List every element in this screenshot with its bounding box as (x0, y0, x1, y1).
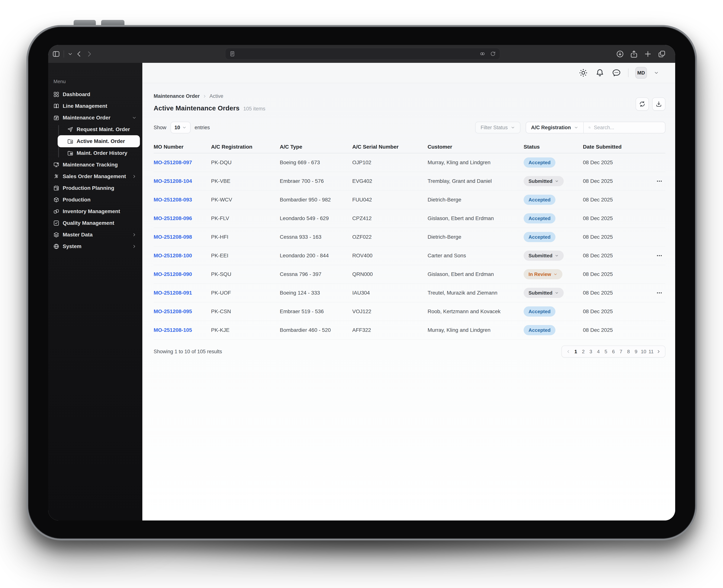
cell-registration: PK-VBE (211, 178, 280, 184)
column-header: A/C Serial Number (352, 144, 427, 150)
page-prev-button[interactable] (564, 346, 572, 357)
page-button-4[interactable]: 4 (595, 346, 602, 357)
column-header: Customer (427, 144, 524, 150)
sidebar-item-maintenance-order[interactable]: Maintenance Order (48, 112, 142, 124)
theme-icon[interactable] (578, 68, 588, 78)
sidebar-item-maint-order-history[interactable]: Maint. Order History (48, 147, 142, 159)
sidebar-item-inventory-management[interactable]: Inventory Management (48, 206, 142, 217)
page-button-1[interactable]: 1 (572, 346, 580, 357)
status-badge-in_review[interactable]: In Review (524, 269, 562, 279)
notifications-icon[interactable] (595, 68, 605, 78)
sidebar-item-dashboard[interactable]: Dashboard (48, 89, 142, 100)
planning-icon (53, 185, 60, 191)
messages-icon[interactable] (611, 68, 621, 78)
app-header: MD (142, 63, 675, 83)
sidebar-item-active-maint-order[interactable]: Active Maint. Order (58, 135, 140, 147)
page-button-8[interactable]: 8 (625, 346, 632, 357)
sidebar-item-master-data[interactable]: Master Data (48, 229, 142, 240)
page-button-10[interactable]: 10 (640, 346, 647, 357)
export-button[interactable] (652, 98, 665, 111)
forward-icon[interactable] (85, 50, 94, 58)
sidebar-nav: DashboardLine ManagementMaintenance Orde… (48, 89, 142, 252)
avatar-chevron-down-icon[interactable] (654, 70, 659, 76)
mo-number-link[interactable]: MO-251208-098 (154, 234, 211, 240)
sidebar-item-sales-order-management[interactable]: Sales Order Management (48, 171, 142, 182)
search-category-dropdown[interactable]: A/C Registration (526, 122, 584, 133)
mo-number-link[interactable]: MO-251208-093 (154, 197, 211, 203)
search-input[interactable] (594, 125, 661, 130)
cell-ac-type: Cessna 796 - 397 (280, 271, 352, 277)
status-label: Submitted (528, 253, 553, 259)
cell-customer: Treutel, Murazik and Ziemann (427, 290, 524, 296)
cell-customer: Tremblay, Grant and Daniel (427, 178, 524, 184)
sidebar-item-label: Active Maint. Order (77, 138, 125, 144)
chevron-down-icon[interactable] (67, 51, 73, 57)
page-button-9[interactable]: 9 (632, 346, 640, 357)
cell-date-submitted: 08 Dec 2025 (583, 309, 643, 315)
page-next-button[interactable] (655, 346, 662, 357)
sidebar-item-system[interactable]: System (48, 240, 142, 252)
mo-number-link[interactable]: MO-251208-096 (154, 215, 211, 222)
row-actions-button[interactable] (653, 251, 665, 260)
sidebar-item-request-maint-order[interactable]: Request Maint. Order (48, 124, 142, 135)
chevron-down-icon (555, 179, 559, 183)
mo-number-link[interactable]: MO-251208-105 (154, 327, 211, 333)
mo-number-link[interactable]: MO-251208-090 (154, 271, 211, 277)
sidebar-item-line-management[interactable]: Line Management (48, 100, 142, 112)
toolbar-divider (64, 50, 64, 58)
row-actions-button[interactable] (653, 288, 665, 298)
page-button-7[interactable]: 7 (617, 346, 625, 357)
sidebar-item-label: Dashboard (63, 91, 90, 98)
sidebar-item-label: Master Data (63, 232, 93, 238)
sidebar-panel-icon[interactable] (52, 50, 60, 58)
table-body: MO-251208-097PK-DQUBoeing 669 - 673OJP10… (154, 153, 665, 339)
tabs-icon[interactable] (658, 50, 666, 58)
mo-number-link[interactable]: MO-251208-100 (154, 253, 211, 259)
sidebar-item-maintenance-tracking[interactable]: Maintenance Tracking (48, 159, 142, 171)
refresh-button[interactable] (636, 98, 649, 111)
chevron-right-icon (132, 174, 137, 179)
sidebar-item-production-planning[interactable]: Production Planning (48, 182, 142, 194)
cell-date-submitted: 08 Dec 2025 (583, 215, 643, 222)
share-icon[interactable] (629, 50, 638, 58)
status-badge-submitted[interactable]: Submitted (524, 251, 564, 261)
table-row: MO-251208-098PK-HFICessna 933 - 163OZF02… (154, 228, 665, 246)
layers-icon (53, 232, 60, 238)
passwords-icon[interactable] (479, 50, 486, 57)
avatar[interactable]: MD (635, 67, 647, 79)
dashboard-icon (53, 91, 60, 98)
table-row: MO-251208-097PK-DQUBoeing 669 - 673OJP10… (154, 153, 665, 172)
status-label: Submitted (528, 290, 553, 296)
mo-number-link[interactable]: MO-251208-095 (154, 309, 211, 315)
sidebar-subgroup: Request Maint. OrderActive Maint. OrderM… (48, 124, 142, 159)
url-bar[interactable] (225, 48, 500, 60)
page-button-3[interactable]: 3 (587, 346, 595, 357)
page-button-11[interactable]: 11 (647, 346, 655, 357)
page-button-5[interactable]: 5 (602, 346, 610, 357)
table-row: MO-251208-095PK-CSNEmbraer 519 - 536VOJ1… (154, 302, 665, 321)
sidebar-item-label: Maint. Order History (77, 150, 127, 156)
sidebar-item-quality-management[interactable]: Quality Management (48, 217, 142, 229)
controls-right: Filter Status A/C Registration (475, 122, 665, 133)
status-badge-accepted: Accepted (524, 325, 556, 335)
back-icon[interactable] (75, 50, 83, 58)
reload-icon[interactable] (490, 50, 496, 57)
page-button-2[interactable]: 2 (580, 346, 587, 357)
new-tab-icon[interactable] (644, 50, 652, 58)
mo-number-link[interactable]: MO-251208-091 (154, 290, 211, 296)
sidebar-item-label: Maintenance Tracking (63, 162, 118, 168)
mo-number-link[interactable]: MO-251208-097 (154, 160, 211, 166)
status-badge-submitted[interactable]: Submitted (524, 288, 564, 298)
status-badge-accepted: Accepted (524, 213, 556, 224)
sidebar-item-label: Quality Management (63, 220, 114, 226)
sidebar-item-production[interactable]: Production (48, 194, 142, 206)
mo-number-link[interactable]: MO-251208-104 (154, 178, 211, 184)
filter-status-dropdown[interactable]: Filter Status (475, 122, 520, 133)
reader-icon[interactable] (229, 50, 236, 57)
status-badge-submitted[interactable]: Submitted (524, 176, 564, 186)
downloads-icon[interactable] (616, 50, 624, 58)
page-button-6[interactable]: 6 (610, 346, 617, 357)
page-size-select[interactable]: 10 (170, 122, 190, 133)
row-actions-button[interactable] (653, 176, 665, 186)
breadcrumb-parent[interactable]: Maintenance Order (154, 93, 200, 99)
